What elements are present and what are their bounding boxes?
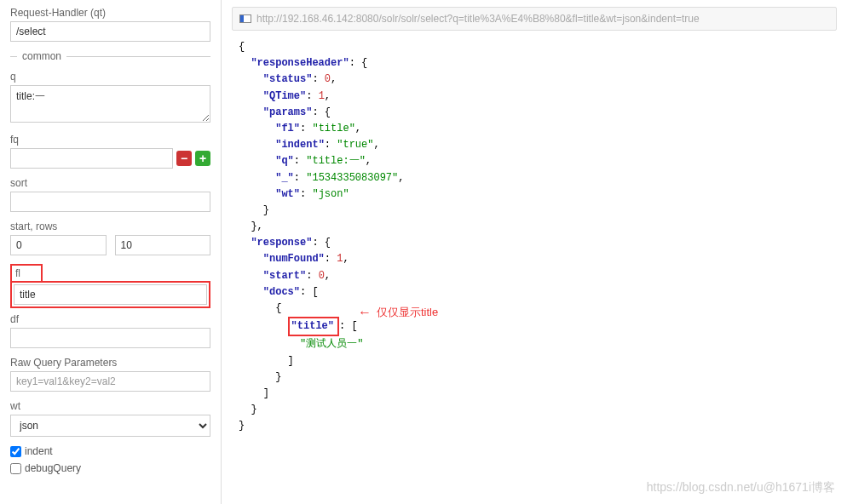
remove-fq-icon[interactable]: −	[176, 151, 192, 166]
wt-label: wt	[10, 400, 210, 412]
fl-input[interactable]	[14, 284, 207, 305]
indent-checkbox[interactable]	[10, 446, 21, 457]
rows-input[interactable]	[115, 235, 211, 255]
url-bar[interactable]: http://192.168.46.142:8080/solr/solr/sel…	[232, 7, 837, 31]
common-fieldset: common	[10, 50, 210, 62]
debugquery-label: debugQuery	[25, 462, 81, 474]
sort-label: sort	[10, 177, 210, 189]
json-response: { "responseHeader": { "status": 0, "QTim…	[232, 39, 837, 435]
startrows-label: start, rows	[10, 220, 210, 232]
response-panel: http://192.168.46.142:8080/solr/solr/sel…	[222, 0, 847, 504]
sort-input[interactable]	[10, 192, 210, 212]
fl-label: fl	[15, 267, 20, 279]
common-legend: common	[17, 50, 66, 62]
annotation: ← 仅仅显示title	[358, 305, 438, 320]
fq-label: fq	[10, 134, 210, 146]
fl-input-highlight	[10, 281, 210, 308]
add-fq-icon[interactable]: +	[195, 151, 210, 166]
df-input[interactable]	[10, 328, 210, 348]
rawq-label: Raw Query Parameters	[10, 357, 210, 369]
qt-input[interactable]	[10, 21, 210, 42]
link-icon	[239, 14, 251, 23]
qt-label: Request-Handler (qt)	[10, 7, 210, 19]
title-key-highlight: "title"	[288, 317, 339, 336]
wt-select[interactable]: json	[10, 415, 210, 437]
annotation-text: 仅仅显示title	[377, 305, 438, 320]
url-text: http://192.168.46.142:8080/solr/solr/sel…	[256, 13, 700, 25]
query-form-sidebar: Request-Handler (qt) common q title:一 fq…	[0, 0, 222, 504]
fq-input[interactable]	[10, 148, 173, 169]
start-input[interactable]	[10, 235, 107, 255]
watermark: https://blog.csdn.net/u@h1671i博客	[647, 480, 835, 495]
rawq-input[interactable]	[10, 371, 210, 392]
arrow-left-icon: ←	[358, 305, 372, 320]
indent-label: indent	[25, 445, 53, 457]
fl-label-highlight: fl	[10, 264, 43, 283]
q-input[interactable]: title:一	[10, 85, 210, 123]
q-label: q	[10, 71, 210, 83]
df-label: df	[10, 313, 210, 325]
debugquery-checkbox[interactable]	[10, 463, 21, 474]
